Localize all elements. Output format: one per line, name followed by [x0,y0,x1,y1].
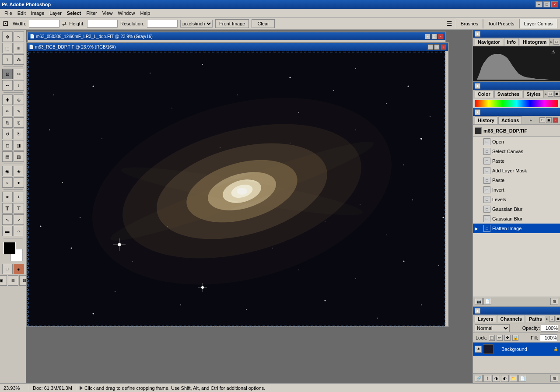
tab-paths[interactable]: Paths [526,315,545,322]
menu-help[interactable]: Help [137,10,153,17]
paint-bucket-tool[interactable]: ▥ [14,151,24,162]
new-snapshot-btn[interactable]: 📷 [475,298,483,305]
type-tool[interactable]: T [2,203,13,214]
pencil-tool[interactable]: ✎ [14,106,24,116]
tab-histogram[interactable]: Histogram [520,38,550,46]
pen-tool[interactable]: ✒ [2,192,13,202]
patch-tool[interactable]: ⊕ [14,94,24,105]
link-layers-btn[interactable]: 🔗 [475,375,483,382]
tab-navigator[interactable]: Navigator [475,38,503,46]
direct-path-tool[interactable]: ↗ [14,214,24,225]
gradient-tool[interactable]: ▤ [2,151,13,162]
quick-mask-btn[interactable]: ◈ [14,264,24,274]
new-fill-btn[interactable]: ◐ [501,375,509,382]
resolution-unit-select[interactable]: pixels/inch pixels/cm [180,20,213,28]
menu-view[interactable]: View [100,10,116,17]
height-input[interactable] [87,20,118,28]
dodge-tool[interactable]: ○ [2,177,13,188]
history-item-select-canvas[interactable]: □ Select Canvas [473,147,560,156]
color-spectrum-bar[interactable] [475,100,558,107]
create-new-doc-btn[interactable]: 📄 [483,298,491,305]
lock-pixels-btn[interactable]: ✏ [497,335,503,341]
sharpen-tool[interactable]: ◈ [14,166,24,176]
standard-mode-btn[interactable]: □ [2,264,13,274]
single-row-marquee-tool[interactable]: ≡ [14,43,24,53]
minimize-button[interactable]: − [536,1,542,7]
tab-brushes[interactable]: Brushes [456,19,483,28]
foreground-color-swatch[interactable] [4,242,16,254]
delete-state-btn[interactable]: 🗑 [550,298,558,305]
close-button[interactable]: × [551,1,558,7]
lock-all-btn[interactable]: 🔒 [512,335,518,341]
lasso-tool[interactable]: ⌇ [2,54,13,65]
tab-info[interactable]: Info [504,38,519,46]
history-item-open[interactable]: □ Open [473,137,560,147]
history-item-gaussian-blur-1[interactable]: □ Gaussian Blur [473,204,560,214]
history-item-flatten-image[interactable]: ▶ □ Flatten Image [473,224,560,233]
art-history-tool[interactable]: ↻ [14,129,24,139]
vertical-type-tool[interactable]: ⊤ [14,203,24,214]
new-group-btn[interactable]: 📁 [510,375,518,382]
eyedropper-tool[interactable]: ✒ [2,80,13,91]
eraser-tool[interactable]: ◻ [2,140,13,150]
new-layer-btn[interactable]: 📄 [518,375,526,382]
layers-resize-2[interactable]: ▣ [556,316,560,322]
clone-stamp-tool[interactable]: ⎘ [2,117,13,128]
slice-tool[interactable]: ✂ [14,69,24,79]
blur-tool[interactable]: ◉ [2,166,13,176]
history-item-invert[interactable]: □ Invert [473,185,560,195]
healing-brush-tool[interactable]: ✚ [2,94,13,105]
history-brush-tool[interactable]: ↺ [2,129,13,139]
history-item-paste-2[interactable]: □ Paste [473,175,560,185]
galaxy-image[interactable] [27,51,445,326]
fullscreen-btn[interactable]: ⊞ [8,275,18,286]
rgb-close-button[interactable]: × [441,44,446,50]
blend-mode-select[interactable]: Normal Multiply Screen [475,324,510,332]
add-mask-btn[interactable]: ◑ [492,375,500,382]
ellipse-tool[interactable]: ○ [14,226,24,236]
menu-layer[interactable]: Layer [47,10,64,17]
tab-styles[interactable]: Styles [523,90,543,98]
fit-maximize-button[interactable]: □ [431,34,437,39]
measure-tool[interactable]: ↕ [14,80,24,91]
rgb-minimize-button[interactable]: − [427,44,433,50]
color-expand-btn[interactable]: ▲ [475,83,480,89]
history-item-gaussian-blur-2[interactable]: □ Gaussian Blur [473,214,560,224]
layers-panel-expand[interactable]: ▸ [546,316,548,321]
resolution-input[interactable] [147,20,178,28]
history-panel-expand[interactable]: ▸ [530,118,532,122]
color-panel-expand[interactable]: ▸ [545,91,547,96]
tab-history[interactable]: History [475,116,497,124]
tab-layers[interactable]: Layers [475,315,496,322]
histogram-expand-btn[interactable]: ▲ [475,31,480,37]
history-close-btn[interactable]: × [553,117,558,123]
delete-layer-btn[interactable]: 🗑 [550,375,558,382]
tab-swatches[interactable]: Swatches [494,90,523,98]
rgb-maximize-button[interactable]: □ [434,44,440,50]
opacity-input[interactable] [541,325,558,332]
add-anchor-tool[interactable]: + [14,192,24,202]
magic-wand-tool[interactable]: ⁂ [14,54,24,65]
rectangular-marquee-tool[interactable]: ⬚ [2,43,13,53]
lock-transparent-btn[interactable]: ⬚ [489,335,495,341]
history-resize-1[interactable]: □ [539,117,545,123]
width-input[interactable] [29,20,60,28]
lock-position-btn[interactable]: ✥ [504,335,511,341]
history-item-paste-1[interactable]: □ Paste [473,156,560,166]
brush-tool[interactable]: ✏ [2,106,13,116]
tab-channels[interactable]: Channels [497,315,525,322]
screen-mode-btn[interactable]: ▣ [0,275,7,286]
histogram-panel-expand[interactable]: ▸ [550,39,553,44]
menu-file[interactable]: File [2,10,15,17]
color-resize-1[interactable]: □ [548,91,553,97]
maximize-button[interactable]: □ [543,1,550,7]
menu-filter[interactable]: Filter [84,10,99,17]
fit-minimize-button[interactable]: − [425,34,430,39]
add-style-btn[interactable]: f [483,375,491,382]
hist-resize-1[interactable]: □ [553,39,559,45]
tab-layer-comps[interactable]: Layer Comps [519,19,557,28]
menu-window[interactable]: Window [115,10,137,17]
tab-tool-presets[interactable]: Tool Presets [483,19,519,28]
history-item-levels[interactable]: □ Levels [473,195,560,204]
move-tool[interactable]: ✥ [2,32,13,42]
